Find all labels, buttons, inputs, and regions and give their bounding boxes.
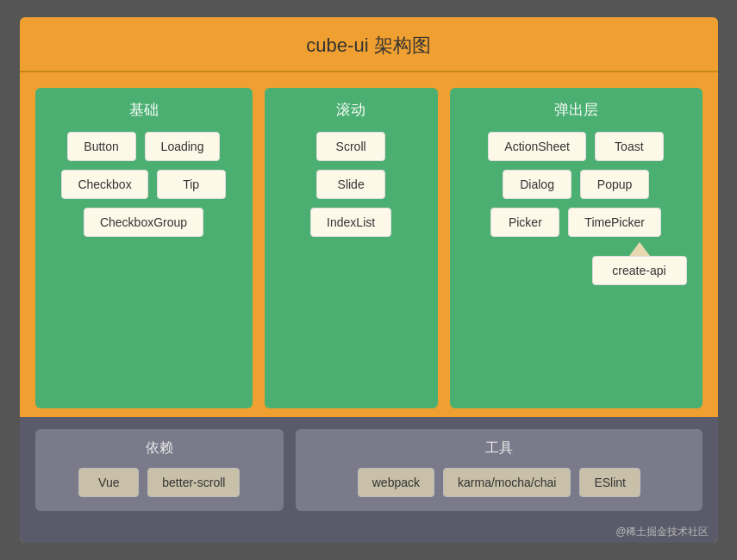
- popup-row-3: Picker TimePicker: [462, 208, 690, 237]
- item-better-scroll: better-scroll: [147, 468, 240, 497]
- page-title: cube-ui 架构图: [20, 17, 718, 72]
- watermark: @稀土掘金技术社区: [20, 523, 718, 543]
- top-section: 基础 Button Loading Checkbox Tip CheckboxG…: [20, 72, 718, 417]
- item-button: Button: [67, 132, 136, 161]
- up-arrow-icon: [629, 242, 650, 256]
- section-scroll-title: 滚动: [336, 100, 365, 120]
- popup-row-2: Dialog Popup: [462, 170, 690, 199]
- section-yilai: 依赖 Vue better-scroll: [35, 429, 284, 511]
- section-popup: 弹出层 ActionSheet Toast Dialog Popup Picke…: [450, 88, 703, 408]
- section-basic: 基础 Button Loading Checkbox Tip CheckboxG…: [35, 88, 253, 408]
- main-content: 基础 Button Loading Checkbox Tip CheckboxG…: [20, 72, 718, 543]
- section-scroll: 滚动 Scroll Slide IndexList: [265, 88, 438, 408]
- item-webpack: webpack: [358, 468, 434, 497]
- item-actionsheet: ActionSheet: [488, 132, 586, 161]
- item-slide: Slide: [316, 170, 385, 199]
- item-eslint: ESlint: [579, 468, 640, 497]
- yilai-items: Vue better-scroll: [78, 468, 240, 497]
- item-tip: Tip: [157, 170, 226, 199]
- item-toast: Toast: [595, 132, 664, 161]
- scroll-row-3: IndexList: [310, 208, 391, 237]
- item-timepicker: TimePicker: [568, 208, 661, 237]
- item-dialog: Dialog: [503, 170, 571, 199]
- gongju-title: 工具: [485, 439, 513, 457]
- yilai-title: 依赖: [146, 439, 173, 457]
- item-vue: Vue: [78, 468, 139, 497]
- item-loading: Loading: [145, 132, 221, 161]
- item-checkbox: Checkbox: [61, 170, 147, 199]
- create-api-area: create-api: [462, 242, 690, 285]
- basic-row-3: CheckboxGroup: [84, 208, 203, 237]
- scroll-row-2: Slide: [316, 170, 385, 199]
- section-basic-title: 基础: [129, 100, 159, 120]
- scroll-items-grid: Scroll Slide IndexList: [277, 132, 426, 237]
- gongju-items: webpack karma/mocha/chai ESlint: [358, 468, 640, 497]
- popup-row-1: ActionSheet Toast: [462, 132, 690, 161]
- popup-items-grid: ActionSheet Toast Dialog Popup Picker Ti…: [462, 132, 690, 237]
- item-checkboxgroup: CheckboxGroup: [84, 208, 203, 237]
- item-indexlist: IndexList: [310, 208, 391, 237]
- item-karma-mocha-chai: karma/mocha/chai: [443, 468, 571, 497]
- basic-items-grid: Button Loading Checkbox Tip CheckboxGrou…: [47, 132, 240, 237]
- item-scroll: Scroll: [316, 132, 385, 161]
- item-popup: Popup: [580, 170, 649, 199]
- arrow-wrapper: create-api: [592, 242, 687, 285]
- item-create-api: create-api: [592, 256, 687, 285]
- basic-row-2: Checkbox Tip: [61, 170, 225, 199]
- bottom-section: 依赖 Vue better-scroll 工具 webpack karma/mo…: [20, 417, 718, 523]
- section-gongju: 工具 webpack karma/mocha/chai ESlint: [296, 429, 702, 511]
- section-popup-title: 弹出层: [554, 100, 598, 120]
- item-picker: Picker: [490, 208, 559, 237]
- main-frame: cube-ui 架构图 基础 Button Loading Checkbox T…: [20, 17, 718, 543]
- basic-row-1: Button Loading: [67, 132, 221, 161]
- scroll-row-1: Scroll: [316, 132, 385, 161]
